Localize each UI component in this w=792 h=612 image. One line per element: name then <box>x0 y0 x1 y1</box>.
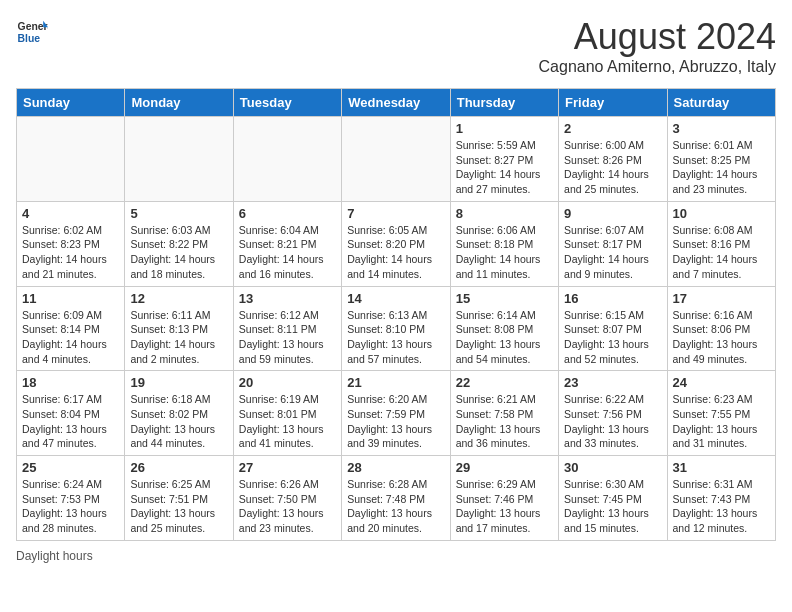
table-row: 21Sunrise: 6:20 AM Sunset: 7:59 PM Dayli… <box>342 371 450 456</box>
day-number: 27 <box>239 460 336 475</box>
day-number: 7 <box>347 206 444 221</box>
day-info: Sunrise: 6:16 AM Sunset: 8:06 PM Dayligh… <box>673 308 770 367</box>
calendar-week-row: 11Sunrise: 6:09 AM Sunset: 8:14 PM Dayli… <box>17 286 776 371</box>
day-number: 3 <box>673 121 770 136</box>
table-row: 19Sunrise: 6:18 AM Sunset: 8:02 PM Dayli… <box>125 371 233 456</box>
day-info: Sunrise: 6:03 AM Sunset: 8:22 PM Dayligh… <box>130 223 227 282</box>
table-row: 6Sunrise: 6:04 AM Sunset: 8:21 PM Daylig… <box>233 201 341 286</box>
calendar-week-row: 4Sunrise: 6:02 AM Sunset: 8:23 PM Daylig… <box>17 201 776 286</box>
header-wednesday: Wednesday <box>342 89 450 117</box>
header: General Blue August 2024 Cagnano Amitern… <box>16 16 776 76</box>
table-row: 23Sunrise: 6:22 AM Sunset: 7:56 PM Dayli… <box>559 371 667 456</box>
day-number: 31 <box>673 460 770 475</box>
day-info: Sunrise: 6:02 AM Sunset: 8:23 PM Dayligh… <box>22 223 119 282</box>
day-number: 11 <box>22 291 119 306</box>
header-friday: Friday <box>559 89 667 117</box>
day-number: 25 <box>22 460 119 475</box>
table-row: 24Sunrise: 6:23 AM Sunset: 7:55 PM Dayli… <box>667 371 775 456</box>
day-info: Sunrise: 6:29 AM Sunset: 7:46 PM Dayligh… <box>456 477 553 536</box>
day-info: Sunrise: 5:59 AM Sunset: 8:27 PM Dayligh… <box>456 138 553 197</box>
calendar-week-row: 1Sunrise: 5:59 AM Sunset: 8:27 PM Daylig… <box>17 117 776 202</box>
table-row: 11Sunrise: 6:09 AM Sunset: 8:14 PM Dayli… <box>17 286 125 371</box>
day-info: Sunrise: 6:25 AM Sunset: 7:51 PM Dayligh… <box>130 477 227 536</box>
day-number: 12 <box>130 291 227 306</box>
table-row: 15Sunrise: 6:14 AM Sunset: 8:08 PM Dayli… <box>450 286 558 371</box>
calendar-header-row: Sunday Monday Tuesday Wednesday Thursday… <box>17 89 776 117</box>
table-row: 30Sunrise: 6:30 AM Sunset: 7:45 PM Dayli… <box>559 456 667 541</box>
day-info: Sunrise: 6:30 AM Sunset: 7:45 PM Dayligh… <box>564 477 661 536</box>
logo-icon: General Blue <box>16 16 48 48</box>
day-number: 22 <box>456 375 553 390</box>
table-row: 25Sunrise: 6:24 AM Sunset: 7:53 PM Dayli… <box>17 456 125 541</box>
table-row: 27Sunrise: 6:26 AM Sunset: 7:50 PM Dayli… <box>233 456 341 541</box>
day-number: 2 <box>564 121 661 136</box>
table-row: 9Sunrise: 6:07 AM Sunset: 8:17 PM Daylig… <box>559 201 667 286</box>
day-info: Sunrise: 6:12 AM Sunset: 8:11 PM Dayligh… <box>239 308 336 367</box>
svg-text:Blue: Blue <box>18 33 41 44</box>
day-info: Sunrise: 6:22 AM Sunset: 7:56 PM Dayligh… <box>564 392 661 451</box>
day-number: 19 <box>130 375 227 390</box>
table-row: 29Sunrise: 6:29 AM Sunset: 7:46 PM Dayli… <box>450 456 558 541</box>
header-monday: Monday <box>125 89 233 117</box>
day-info: Sunrise: 6:04 AM Sunset: 8:21 PM Dayligh… <box>239 223 336 282</box>
table-row: 1Sunrise: 5:59 AM Sunset: 8:27 PM Daylig… <box>450 117 558 202</box>
day-number: 6 <box>239 206 336 221</box>
title-area: August 2024 Cagnano Amiterno, Abruzzo, I… <box>539 16 776 76</box>
day-info: Sunrise: 6:21 AM Sunset: 7:58 PM Dayligh… <box>456 392 553 451</box>
table-row: 8Sunrise: 6:06 AM Sunset: 8:18 PM Daylig… <box>450 201 558 286</box>
table-row <box>233 117 341 202</box>
logo: General Blue <box>16 16 48 48</box>
table-row: 18Sunrise: 6:17 AM Sunset: 8:04 PM Dayli… <box>17 371 125 456</box>
day-number: 23 <box>564 375 661 390</box>
table-row: 26Sunrise: 6:25 AM Sunset: 7:51 PM Dayli… <box>125 456 233 541</box>
day-number: 18 <box>22 375 119 390</box>
day-info: Sunrise: 6:08 AM Sunset: 8:16 PM Dayligh… <box>673 223 770 282</box>
footer: Daylight hours <box>16 549 776 563</box>
header-tuesday: Tuesday <box>233 89 341 117</box>
table-row: 16Sunrise: 6:15 AM Sunset: 8:07 PM Dayli… <box>559 286 667 371</box>
calendar-table: Sunday Monday Tuesday Wednesday Thursday… <box>16 88 776 541</box>
calendar-week-row: 25Sunrise: 6:24 AM Sunset: 7:53 PM Dayli… <box>17 456 776 541</box>
daylight-label: Daylight hours <box>16 549 93 563</box>
day-info: Sunrise: 6:26 AM Sunset: 7:50 PM Dayligh… <box>239 477 336 536</box>
day-number: 9 <box>564 206 661 221</box>
day-number: 17 <box>673 291 770 306</box>
day-info: Sunrise: 6:19 AM Sunset: 8:01 PM Dayligh… <box>239 392 336 451</box>
table-row: 2Sunrise: 6:00 AM Sunset: 8:26 PM Daylig… <box>559 117 667 202</box>
day-number: 1 <box>456 121 553 136</box>
day-number: 4 <box>22 206 119 221</box>
table-row: 12Sunrise: 6:11 AM Sunset: 8:13 PM Dayli… <box>125 286 233 371</box>
month-year-title: August 2024 <box>539 16 776 58</box>
day-number: 24 <box>673 375 770 390</box>
table-row: 20Sunrise: 6:19 AM Sunset: 8:01 PM Dayli… <box>233 371 341 456</box>
header-saturday: Saturday <box>667 89 775 117</box>
day-number: 16 <box>564 291 661 306</box>
day-number: 14 <box>347 291 444 306</box>
day-info: Sunrise: 6:13 AM Sunset: 8:10 PM Dayligh… <box>347 308 444 367</box>
day-info: Sunrise: 6:14 AM Sunset: 8:08 PM Dayligh… <box>456 308 553 367</box>
table-row: 17Sunrise: 6:16 AM Sunset: 8:06 PM Dayli… <box>667 286 775 371</box>
table-row <box>342 117 450 202</box>
day-number: 20 <box>239 375 336 390</box>
day-info: Sunrise: 6:24 AM Sunset: 7:53 PM Dayligh… <box>22 477 119 536</box>
table-row: 13Sunrise: 6:12 AM Sunset: 8:11 PM Dayli… <box>233 286 341 371</box>
day-info: Sunrise: 6:06 AM Sunset: 8:18 PM Dayligh… <box>456 223 553 282</box>
day-info: Sunrise: 6:00 AM Sunset: 8:26 PM Dayligh… <box>564 138 661 197</box>
day-number: 26 <box>130 460 227 475</box>
day-number: 28 <box>347 460 444 475</box>
table-row <box>17 117 125 202</box>
table-row: 14Sunrise: 6:13 AM Sunset: 8:10 PM Dayli… <box>342 286 450 371</box>
day-number: 15 <box>456 291 553 306</box>
day-number: 13 <box>239 291 336 306</box>
table-row <box>125 117 233 202</box>
day-number: 8 <box>456 206 553 221</box>
header-sunday: Sunday <box>17 89 125 117</box>
day-info: Sunrise: 6:18 AM Sunset: 8:02 PM Dayligh… <box>130 392 227 451</box>
table-row: 4Sunrise: 6:02 AM Sunset: 8:23 PM Daylig… <box>17 201 125 286</box>
header-thursday: Thursday <box>450 89 558 117</box>
day-info: Sunrise: 6:23 AM Sunset: 7:55 PM Dayligh… <box>673 392 770 451</box>
table-row: 31Sunrise: 6:31 AM Sunset: 7:43 PM Dayli… <box>667 456 775 541</box>
day-info: Sunrise: 6:07 AM Sunset: 8:17 PM Dayligh… <box>564 223 661 282</box>
day-info: Sunrise: 6:11 AM Sunset: 8:13 PM Dayligh… <box>130 308 227 367</box>
table-row: 3Sunrise: 6:01 AM Sunset: 8:25 PM Daylig… <box>667 117 775 202</box>
